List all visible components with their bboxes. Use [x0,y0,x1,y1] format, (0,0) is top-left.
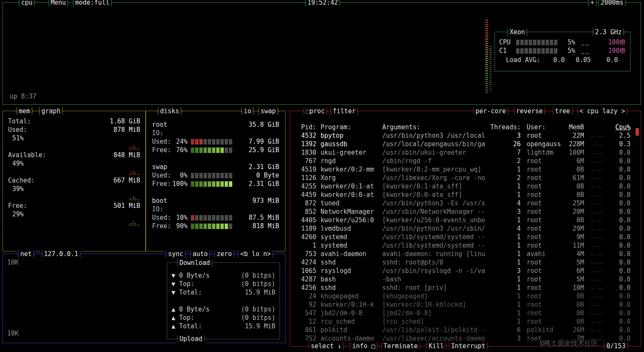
menu-button[interactable]: Menu [47,0,70,7]
cpu-graph-cell: ⠤⠄⠤⠄ [584,174,611,182]
cpu-graph-cell: ⠤⠄⠤⠄ [584,148,611,157]
pid-cell: 24 [296,292,316,300]
net-sync-toggle[interactable]: sync [164,250,187,258]
proc-row[interactable]: 12 rcu_sched [rcu_sched] 1 root 0B ⠤⠄⠤⠄ … [296,317,630,326]
proc-row[interactable]: 4532 bpytop /usr/bin/python3 /usr/local … [296,131,630,140]
tab-io[interactable]: io [240,107,255,115]
net-stat-row: ▲ Top: (0 bitps) [171,314,275,322]
proc-row[interactable]: 92 kworker/0:1H-k [kworker/0:1H-kblockd]… [296,300,630,309]
net-stat-value: (0 bitps) [241,271,275,280]
terminate-button[interactable]: Terminate [380,342,421,350]
tab-swap[interactable]: swap [257,107,280,115]
cpu-cell: 0.0 [611,334,630,343]
user-cell: root [521,300,563,309]
proc-row[interactable]: 1392 gaussdb /usr/local/opengauss/bin/ga… [296,140,630,148]
cpu-graph-cell: ⠤⠄⠤⠄ [584,267,611,275]
proc-row[interactable]: 4256 sshd sshd: root [priv] 1 root 10M ⠤… [296,284,630,292]
proc-row[interactable]: 4405 kworker/u256:0 [kworker/u256:0-even… [296,216,630,224]
reverse-toggle[interactable]: reverse [512,107,546,115]
program-cell: kworker/0:0-at [321,191,382,199]
proc-row[interactable]: 1189 lvmdbusd /usr/bin/python3 /usr/sbin… [296,224,630,233]
pid-cell: 767 [296,157,316,165]
tab-disks[interactable]: disks [156,107,183,115]
mem-cell: 228M [563,140,584,148]
net-zero-toggle[interactable]: zero [213,250,236,258]
proc-row-list: 4532 bpytop /usr/bin/python3 /usr/local … [296,131,630,343]
proc-row[interactable]: 1830 ukui-greeter /usr/sbin/ukui-greeter… [296,148,630,157]
proc-row[interactable]: 753 avahi-daemon avahi-daemon: running [… [296,250,630,258]
proc-row[interactable]: 1 systemd /usr/lib/systemd/systemd -- 1 … [296,241,630,250]
proc-row[interactable]: 547 jbd2/dm-0-8 [jbd2/dm-0-8] 1 root 0B … [296,309,630,317]
tab-mem[interactable]: mem [15,107,34,115]
program-cell: NetworkManager [321,207,382,216]
program-cell: Xorg [321,174,382,182]
user-cell: root [521,317,563,326]
arguments-cell: [rcu_sched] [382,317,490,326]
header-mem[interactable]: MemB [563,123,584,131]
mode-toggle[interactable]: mode:full [71,0,113,7]
net-auto-toggle[interactable]: auto [189,250,212,258]
per-core-toggle[interactable]: per-core [472,107,510,115]
select-button[interactable]: select ↓ [307,342,345,350]
proc-row[interactable]: 852 NetworkManager /usr/sbin/NetworkMana… [296,207,630,216]
cpu-temp-graph-dots: ⣀⣀ [575,38,595,46]
cpu-cell: 0.0 [611,309,630,317]
direction-arrow-icon: ▼ [171,280,179,288]
cpu-cell: 0.0 [611,174,630,182]
pid-cell: 1189 [296,224,316,233]
header-threads[interactable]: Threads: [490,123,521,131]
tab-proc[interactable]: □proc [302,107,329,115]
filter-button[interactable]: filter [329,107,359,115]
user-cell: lightdm [521,148,563,157]
proc-row[interactable]: 4274 sshd sshd: root@pts/0 1 root 5M ⠤⠄⠤… [296,258,630,267]
proc-row[interactable]: 4459 kworker/0:0-at [kworker/0:0-ata_sff… [296,191,630,199]
arguments-cell: /usr/local/opengauss/bin/ga [382,140,490,148]
cpu-cell: 0.0 [611,292,630,300]
proc-row[interactable]: 872 tuned /usr/bin/python3 -Es /usr/s 4 … [296,199,630,207]
user-cell: root [521,233,563,241]
load-avg-2: 0.05 [565,56,591,64]
pid-cell: 4532 [296,131,316,140]
net-interface-switcher[interactable]: <b lo n> [236,250,274,258]
interval-value[interactable]: 2000ms [597,0,627,7]
pid-cell: 4287 [296,275,316,284]
proc-row[interactable]: 4519 kworker/0:2-mm [kworker/0:2-mm_perc… [296,165,630,174]
sort-selector[interactable]: < cpu lazy > [576,107,629,115]
threads-cell: 1 [490,317,521,326]
mem-cell: 6M [563,267,584,275]
cpu-cell: 0.0 [611,148,630,157]
arguments-cell: /usr/sbin/ukui-greeter [382,148,490,157]
cpu-cell: 0.0 [611,216,630,224]
program-cell: ukui-greeter [321,148,382,157]
threads-cell: 26 [490,140,521,148]
mem-cell: 0B [563,300,584,309]
header-program[interactable]: Program: [321,123,382,131]
proc-row[interactable]: 4260 systemd /usr/lib/systemd/systemd --… [296,233,630,241]
proc-scrollbar[interactable] [636,128,639,136]
proc-row[interactable]: 4255 kworker/0:1-at [kworker/0:1-ata_sff… [296,182,630,191]
proc-row[interactable]: 1065 rsyslogd /usr/sbin/rsyslogd -n -i/v… [296,267,630,275]
mem-cell: 0B [563,309,584,317]
kill-button[interactable]: Kill [425,342,448,350]
proc-row[interactable]: 24 khugepaged [khugepaged] 1 root 0B ⠤⠄⠤… [296,292,630,300]
proc-row[interactable]: 1126 Xorg /usr/libexec/Xorg -core -no 2 … [296,174,630,182]
program-cell: tuned [321,199,382,207]
header-cpu[interactable]: Cpu% [611,123,630,131]
arguments-cell: /usr/bin/python3 /usr/sbin/ [382,224,490,233]
proc-row[interactable]: 4287 bash -bash 1 root 5M ⠤⠄⠤⠄ 0.0 [296,275,630,284]
program-cell: sshd [321,284,382,292]
header-arguments[interactable]: Arguments: [382,123,490,131]
tree-toggle[interactable]: tree [551,107,574,115]
header-pid[interactable]: Pid: [296,123,316,131]
proc-row[interactable]: 861 polkitd /usr/lib/polkit-1/polkitd - … [296,326,630,334]
tab-graph[interactable]: graph [38,107,64,115]
net-stat-row: ▲ Total: 15.9 MiB [171,322,275,330]
info-button[interactable]: info □ [348,342,379,350]
disk-free-row: Free:76% 25.9 GiB [146,146,285,154]
disk-io-label: IO: [152,205,163,213]
interrupt-button[interactable]: Interrupt [447,342,489,350]
proc-row[interactable]: 767 rngd /sbin/rngd -f 2 root 6M ⠤⠄⠤⠄ 0.… [296,157,630,165]
threads-cell: 1 [490,182,521,191]
header-user[interactable]: User: [521,123,563,131]
cpu-graph-dots [485,19,488,94]
